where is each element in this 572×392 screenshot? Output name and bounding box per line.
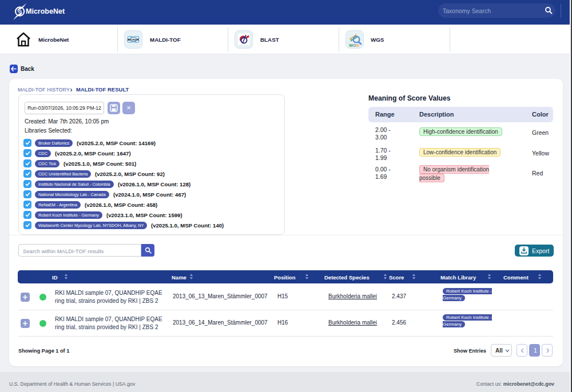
svg-text:BRUKER: BRUKER <box>128 38 140 41</box>
svg-text:WGS: WGS <box>349 43 359 48</box>
